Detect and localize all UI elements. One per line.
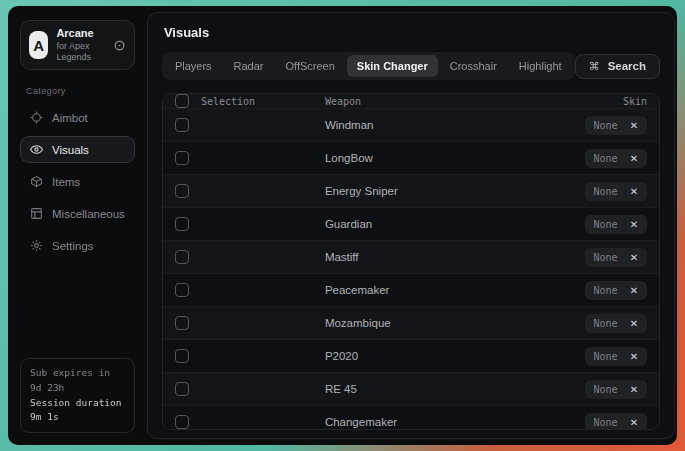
header-selection-cell: Selection bbox=[175, 94, 325, 108]
skin-select[interactable]: None ✕ bbox=[585, 248, 647, 267]
crosshair-icon bbox=[30, 111, 43, 124]
app-subtitle: for Apex Legends bbox=[56, 41, 105, 64]
tab-radar[interactable]: Radar bbox=[224, 55, 274, 77]
table-row: Changemaker None ✕ bbox=[163, 405, 659, 430]
skin-value: None bbox=[594, 318, 618, 329]
clear-skin-icon[interactable]: ✕ bbox=[630, 220, 638, 230]
weapon-name: Changemaker bbox=[325, 416, 537, 428]
skin-select[interactable]: None ✕ bbox=[585, 215, 647, 234]
skin-value: None bbox=[594, 285, 618, 296]
sidebar-item-miscellaneous[interactable]: Miscellaneous bbox=[20, 200, 135, 227]
row-checkbox[interactable] bbox=[175, 250, 189, 264]
table-row: Guardian None ✕ bbox=[163, 207, 659, 240]
row-checkbox[interactable] bbox=[175, 118, 189, 132]
skin-value: None bbox=[594, 120, 618, 131]
tab-crosshair[interactable]: Crosshair bbox=[440, 55, 507, 77]
sidebar-item-visuals[interactable]: Visuals bbox=[20, 136, 135, 163]
table-row: Mastiff None ✕ bbox=[163, 240, 659, 273]
row-checkbox[interactable] bbox=[175, 184, 189, 198]
page-title: Visuals bbox=[164, 25, 660, 40]
skin-value: None bbox=[594, 417, 618, 428]
table-row: P2020 None ✕ bbox=[163, 339, 659, 372]
app-title: Arcane bbox=[56, 27, 105, 41]
target-icon[interactable] bbox=[113, 39, 126, 52]
weapon-name: P2020 bbox=[325, 350, 537, 362]
select-all-checkbox[interactable] bbox=[175, 94, 189, 108]
tab-bar: Players Radar OffScreen Skin Changer Cro… bbox=[162, 52, 575, 80]
sidebar-item-aimbot[interactable]: Aimbot bbox=[20, 104, 135, 131]
skin-value: None bbox=[594, 384, 618, 395]
clear-skin-icon[interactable]: ✕ bbox=[630, 187, 638, 197]
skin-value: None bbox=[594, 351, 618, 362]
sidebar-item-label: Aimbot bbox=[52, 112, 88, 124]
table-header: Selection Weapon Skin bbox=[163, 94, 659, 108]
app-window: A Arcane for Apex Legends Category Aimbo… bbox=[8, 6, 677, 445]
tabs-row: Players Radar OffScreen Skin Changer Cro… bbox=[162, 52, 660, 80]
weapon-name: LongBow bbox=[325, 152, 537, 164]
category-label: Category bbox=[26, 86, 129, 96]
row-checkbox[interactable] bbox=[175, 217, 189, 231]
skin-select[interactable]: None ✕ bbox=[585, 182, 647, 201]
profile-text: Arcane for Apex Legends bbox=[56, 27, 105, 63]
weapon-name: Windman bbox=[325, 119, 537, 131]
tab-highlight[interactable]: Highlight bbox=[509, 55, 572, 77]
sidebar-item-label: Items bbox=[52, 176, 80, 188]
gear-icon bbox=[30, 239, 43, 252]
weapons-table: Selection Weapon Skin Windman None ✕ Lon… bbox=[162, 93, 660, 430]
weapon-name: Energy Sniper bbox=[325, 185, 537, 197]
status-card: Sub expires in 9d 23h Session duration 9… bbox=[20, 358, 135, 433]
skin-select[interactable]: None ✕ bbox=[585, 149, 647, 168]
row-checkbox[interactable] bbox=[175, 415, 189, 429]
clear-skin-icon[interactable]: ✕ bbox=[630, 352, 638, 362]
skin-value: None bbox=[594, 153, 618, 164]
sidebar-item-settings[interactable]: Settings bbox=[20, 232, 135, 259]
search-button-label: Search bbox=[608, 60, 646, 72]
main-panel: Visuals Players Radar OffScreen Skin Cha… bbox=[147, 12, 675, 439]
clear-skin-icon[interactable]: ✕ bbox=[630, 418, 638, 428]
clear-skin-icon[interactable]: ✕ bbox=[630, 385, 638, 395]
table-row: LongBow None ✕ bbox=[163, 141, 659, 174]
skin-select[interactable]: None ✕ bbox=[585, 413, 647, 430]
clear-skin-icon[interactable]: ✕ bbox=[630, 286, 638, 296]
row-checkbox[interactable] bbox=[175, 382, 189, 396]
skin-value: None bbox=[594, 186, 618, 197]
sidebar-item-items[interactable]: Items bbox=[20, 168, 135, 195]
weapon-name: Mozambique bbox=[325, 317, 537, 329]
table-row: Energy Sniper None ✕ bbox=[163, 174, 659, 207]
session-duration-text: Session duration 9m 1s bbox=[30, 396, 125, 425]
skin-select[interactable]: None ✕ bbox=[585, 347, 647, 366]
clear-skin-icon[interactable]: ✕ bbox=[630, 253, 638, 263]
clear-skin-icon[interactable]: ✕ bbox=[630, 154, 638, 164]
table-row: RE 45 None ✕ bbox=[163, 372, 659, 405]
skin-select[interactable]: None ✕ bbox=[585, 380, 647, 399]
search-button[interactable]: ⌘ Search bbox=[575, 54, 660, 79]
sidebar-item-label: Visuals bbox=[52, 144, 89, 156]
grid-icon bbox=[30, 207, 43, 220]
tab-players[interactable]: Players bbox=[165, 55, 222, 77]
table-row: Windman None ✕ bbox=[163, 108, 659, 141]
table-row: Peacemaker None ✕ bbox=[163, 273, 659, 306]
row-checkbox[interactable] bbox=[175, 316, 189, 330]
row-checkbox[interactable] bbox=[175, 151, 189, 165]
row-checkbox[interactable] bbox=[175, 349, 189, 363]
row-checkbox[interactable] bbox=[175, 283, 189, 297]
skin-select[interactable]: None ✕ bbox=[585, 116, 647, 135]
clear-skin-icon[interactable]: ✕ bbox=[630, 319, 638, 329]
skin-select[interactable]: None ✕ bbox=[585, 314, 647, 333]
column-header-skin: Skin bbox=[537, 96, 647, 107]
tab-offscreen[interactable]: OffScreen bbox=[276, 55, 345, 77]
column-header-selection: Selection bbox=[201, 96, 255, 107]
sidebar: A Arcane for Apex Legends Category Aimbo… bbox=[14, 12, 141, 439]
column-header-weapon: Weapon bbox=[325, 96, 537, 107]
table-body: Windman None ✕ LongBow None ✕ Energy Sni… bbox=[163, 108, 659, 430]
sidebar-item-label: Miscellaneous bbox=[52, 208, 125, 220]
skin-select[interactable]: None ✕ bbox=[585, 281, 647, 300]
skin-value: None bbox=[594, 219, 618, 230]
skin-value: None bbox=[594, 252, 618, 263]
clear-skin-icon[interactable]: ✕ bbox=[630, 121, 638, 131]
weapon-name: RE 45 bbox=[325, 383, 537, 395]
eye-icon bbox=[30, 143, 43, 156]
table-row: Mozambique None ✕ bbox=[163, 306, 659, 339]
tab-skin-changer[interactable]: Skin Changer bbox=[347, 55, 438, 77]
sidebar-item-label: Settings bbox=[52, 240, 94, 252]
